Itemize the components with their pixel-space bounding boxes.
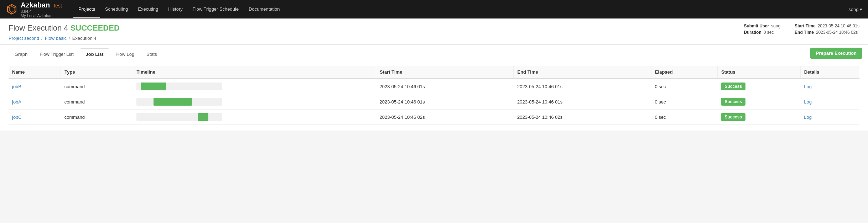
col-timeline: Timeline bbox=[133, 66, 376, 79]
col-end-time: End Time bbox=[514, 66, 651, 79]
brand-subtitle: My Local Azkaban bbox=[21, 14, 62, 18]
cell-log-0: Log bbox=[800, 79, 859, 94]
table-row: jobBcommand2023-05-24 10:46 01s2023-05-2… bbox=[9, 79, 859, 94]
cell-status-1: Success bbox=[717, 94, 800, 110]
cell-log-1: Log bbox=[800, 94, 859, 110]
cell-elapsed-2: 0 sec bbox=[651, 110, 717, 125]
table-row: jobAcommand2023-05-24 10:46 01s2023-05-2… bbox=[9, 94, 859, 110]
status-button-0[interactable]: Success bbox=[721, 83, 745, 90]
submit-user-value: song bbox=[771, 23, 780, 28]
breadcrumb-execution: Execution 4 bbox=[72, 36, 97, 41]
job-link-jobA[interactable]: jobA bbox=[12, 99, 21, 105]
col-elapsed: Elapsed bbox=[651, 66, 717, 79]
duration-value: 0 sec bbox=[764, 30, 774, 35]
execution-status: SUCCEEDED bbox=[71, 23, 120, 32]
header-meta: Submit User song Duration 0 sec Start Ti… bbox=[744, 23, 859, 35]
cell-timeline-1 bbox=[133, 94, 376, 110]
table-row: jobCcommand2023-05-24 10:46 02s2023-05-2… bbox=[9, 110, 859, 125]
tab-stats[interactable]: Stats bbox=[140, 48, 163, 60]
cell-start-time-2: 2023-05-24 10:46 02s bbox=[376, 110, 514, 125]
brand: Azkaban Test 3.84.4 My Local Azkaban bbox=[6, 1, 62, 18]
nav-flow-trigger-schedule[interactable]: Flow Trigger Schedule bbox=[188, 1, 244, 18]
duration-label: Duration bbox=[744, 30, 761, 35]
header-top-row: Flow Execution 4 SUCCEEDED Project secon… bbox=[9, 23, 859, 41]
brand-version: 3.84.4 bbox=[21, 9, 62, 14]
log-link-2[interactable]: Log bbox=[804, 115, 812, 120]
tabs-bar: Graph Flow Trigger List Job List Flow Lo… bbox=[0, 45, 868, 60]
cell-status-2: Success bbox=[717, 110, 800, 125]
cell-timeline-0 bbox=[133, 79, 376, 94]
job-link-jobC[interactable]: jobC bbox=[12, 115, 22, 120]
table-body: jobBcommand2023-05-24 10:46 01s2023-05-2… bbox=[9, 79, 859, 125]
nav-projects[interactable]: Projects bbox=[73, 1, 100, 18]
timeline-container-0 bbox=[136, 83, 222, 90]
cell-elapsed-0: 0 sec bbox=[651, 79, 717, 94]
cell-start-time-1: 2023-05-24 10:46 01s bbox=[376, 94, 514, 110]
nav-scheduling[interactable]: Scheduling bbox=[100, 1, 133, 18]
timeline-bar-1 bbox=[154, 98, 192, 106]
col-status: Status bbox=[717, 66, 800, 79]
col-details: Details bbox=[800, 66, 859, 79]
table-header: Name Type Timeline Start Time End Time E… bbox=[9, 66, 859, 79]
cell-type-2: command bbox=[61, 110, 133, 125]
start-time-value: 2023-05-24 10:46 01s bbox=[818, 23, 859, 28]
col-type: Type bbox=[61, 66, 133, 79]
cell-name-1: jobA bbox=[9, 94, 61, 110]
cell-name-0: jobB bbox=[9, 79, 61, 94]
timeline-bar-0 bbox=[141, 83, 166, 90]
tab-job-list[interactable]: Job List bbox=[80, 48, 110, 60]
tab-flow-trigger-list[interactable]: Flow Trigger List bbox=[33, 48, 79, 60]
cell-type-0: command bbox=[61, 79, 133, 94]
tab-flow-log[interactable]: Flow Log bbox=[109, 48, 140, 60]
execution-title-text: Flow Execution 4 bbox=[9, 23, 68, 32]
tab-graph[interactable]: Graph bbox=[9, 48, 33, 60]
job-list-table-container: Name Type Timeline Start Time End Time E… bbox=[0, 60, 868, 131]
breadcrumb-sep-1: / bbox=[41, 36, 43, 41]
timeline-bar-2 bbox=[198, 113, 208, 121]
svg-marker-1 bbox=[9, 6, 14, 12]
duration-row: Duration 0 sec bbox=[744, 30, 780, 35]
brand-name: Azkaban bbox=[21, 1, 50, 9]
brand-test: Test bbox=[53, 3, 62, 9]
job-link-jobB[interactable]: jobB bbox=[12, 84, 21, 89]
nav-history[interactable]: History bbox=[163, 1, 187, 18]
cell-type-1: command bbox=[61, 94, 133, 110]
nav-executing[interactable]: Executing bbox=[133, 1, 163, 18]
breadcrumb-sep-2: / bbox=[69, 36, 70, 41]
cell-elapsed-1: 0 sec bbox=[651, 94, 717, 110]
col-start-time: Start Time bbox=[376, 66, 514, 79]
log-link-1[interactable]: Log bbox=[804, 99, 812, 105]
prepare-execution-button[interactable]: Prepare Execution bbox=[810, 48, 862, 59]
brand-logo bbox=[6, 3, 18, 15]
log-link-0[interactable]: Log bbox=[804, 84, 812, 89]
nav-user[interactable]: song ▾ bbox=[848, 7, 862, 12]
cell-status-0: Success bbox=[717, 79, 800, 94]
end-time-row: End Time 2023-05-24 10:46 02s bbox=[795, 30, 859, 35]
end-time-value: 2023-05-24 10:46 02s bbox=[816, 30, 858, 35]
col-name: Name bbox=[9, 66, 61, 79]
navbar: Azkaban Test 3.84.4 My Local Azkaban Pro… bbox=[0, 0, 868, 18]
submit-user-row: Submit User song bbox=[744, 23, 780, 28]
timeline-container-1 bbox=[136, 98, 222, 106]
cell-timeline-2 bbox=[133, 110, 376, 125]
page-header: Flow Execution 4 SUCCEEDED Project secon… bbox=[0, 18, 868, 45]
timeline-container-2 bbox=[136, 113, 222, 121]
meta-left: Submit User song Duration 0 sec bbox=[744, 23, 780, 35]
cell-end-time-1: 2023-05-24 10:46 01s bbox=[514, 94, 651, 110]
meta-right: Start Time 2023-05-24 10:46 01s End Time… bbox=[795, 23, 859, 35]
breadcrumb-flow[interactable]: Flow basic bbox=[45, 36, 67, 41]
cell-start-time-0: 2023-05-24 10:46 01s bbox=[376, 79, 514, 94]
job-list-table: Name Type Timeline Start Time End Time E… bbox=[9, 66, 859, 125]
execution-title: Flow Execution 4 SUCCEEDED bbox=[9, 23, 120, 33]
breadcrumb: Project second / Flow basic / Execution … bbox=[9, 36, 120, 41]
breadcrumb-project[interactable]: Project second bbox=[9, 36, 39, 41]
status-button-1[interactable]: Success bbox=[721, 98, 745, 106]
start-time-row: Start Time 2023-05-24 10:46 01s bbox=[795, 23, 859, 28]
cell-name-2: jobC bbox=[9, 110, 61, 125]
start-time-label: Start Time bbox=[795, 23, 815, 28]
cell-end-time-2: 2023-05-24 10:46 02s bbox=[514, 110, 651, 125]
status-button-2[interactable]: Success bbox=[721, 113, 745, 121]
cell-log-2: Log bbox=[800, 110, 859, 125]
execution-title-block: Flow Execution 4 SUCCEEDED Project secon… bbox=[9, 23, 120, 41]
nav-documentation[interactable]: Documentation bbox=[244, 1, 285, 18]
